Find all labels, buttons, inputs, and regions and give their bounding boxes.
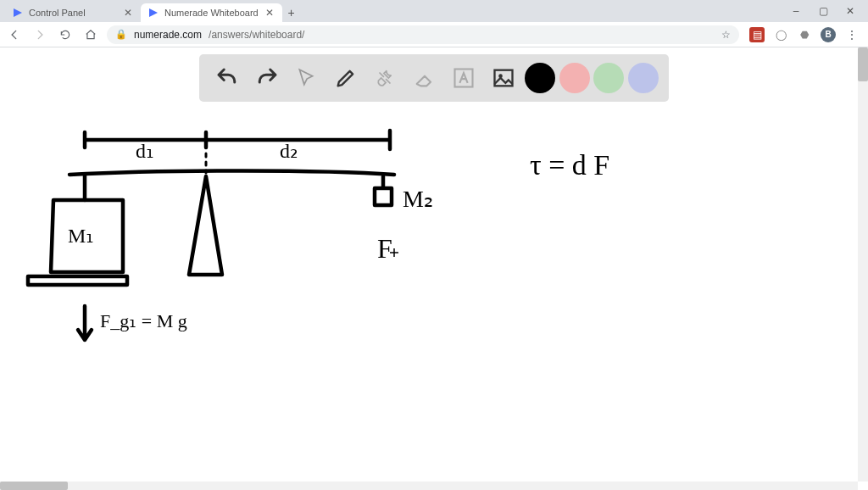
browser-toolbar: 🔒 numerade.com/answers/whiteboard/ ☆ ▤ ◯… bbox=[0, 22, 868, 47]
undo-icon bbox=[214, 65, 240, 91]
page-content: d₁ d₂ M₁ M₂ F F_g₁ = M g τ = d F bbox=[0, 47, 868, 490]
minimize-button[interactable]: – bbox=[790, 5, 802, 17]
scrollbar-thumb[interactable] bbox=[858, 47, 868, 81]
cursor-icon bbox=[295, 67, 317, 89]
extension-shield-icon[interactable]: ⬣ bbox=[797, 27, 812, 42]
whiteboard-toolbar bbox=[199, 54, 669, 102]
label-f: F bbox=[377, 233, 392, 264]
color-swatch-red[interactable] bbox=[559, 63, 590, 93]
undo-button[interactable] bbox=[209, 60, 245, 96]
color-swatch-green[interactable] bbox=[593, 63, 624, 93]
browser-titlebar: Control Panel ✕ Numerade Whiteboard ✕ + … bbox=[0, 0, 868, 22]
favicon-numerade-icon bbox=[12, 7, 24, 19]
extension-circle-icon[interactable]: ◯ bbox=[773, 27, 788, 42]
forward-button[interactable] bbox=[31, 25, 49, 44]
arrow-left-icon bbox=[8, 29, 20, 41]
cursor-tool[interactable] bbox=[288, 60, 324, 96]
arrow-right-icon bbox=[34, 29, 46, 41]
tab-numerade-whiteboard[interactable]: Numerade Whiteboard ✕ bbox=[141, 3, 282, 22]
scrollbar-thumb[interactable] bbox=[0, 482, 68, 490]
label-d2: d₂ bbox=[280, 140, 298, 162]
tab-close-icon[interactable]: ✕ bbox=[122, 7, 134, 19]
svg-rect-3 bbox=[494, 70, 512, 86]
label-tau-eq: τ = d F bbox=[530, 149, 609, 181]
tab-close-icon[interactable]: ✕ bbox=[264, 7, 275, 19]
text-icon bbox=[452, 66, 476, 90]
reload-icon bbox=[59, 29, 71, 41]
eraser-tool[interactable] bbox=[407, 60, 442, 96]
lock-icon: 🔒 bbox=[115, 29, 127, 40]
url-host: numerade.com bbox=[134, 29, 202, 41]
home-icon bbox=[85, 29, 97, 41]
profile-avatar[interactable]: B bbox=[821, 27, 836, 42]
pen-icon bbox=[334, 66, 358, 90]
extension-pdf-icon[interactable]: ▤ bbox=[749, 27, 765, 42]
tools-icon bbox=[374, 67, 396, 89]
window-controls: – ▢ ✕ bbox=[778, 0, 868, 22]
address-bar[interactable]: 🔒 numerade.com/answers/whiteboard/ ☆ bbox=[107, 25, 739, 44]
url-path: /answers/whiteboard/ bbox=[209, 29, 304, 41]
close-window-button[interactable]: ✕ bbox=[844, 5, 856, 17]
plus-icon: + bbox=[288, 6, 295, 19]
image-icon bbox=[492, 66, 515, 90]
kebab-menu-icon[interactable]: ⋮ bbox=[844, 28, 860, 42]
home-button[interactable] bbox=[81, 25, 100, 44]
pen-tool[interactable] bbox=[328, 60, 364, 96]
text-tool[interactable] bbox=[446, 60, 481, 96]
tab-label: Numerade Whiteboard bbox=[164, 8, 259, 18]
bookmark-star-icon[interactable]: ☆ bbox=[721, 29, 731, 41]
svg-marker-0 bbox=[14, 8, 22, 17]
image-tool[interactable] bbox=[486, 60, 521, 96]
tools-button[interactable] bbox=[367, 60, 403, 96]
whiteboard-canvas[interactable]: d₁ d₂ M₁ M₂ F F_g₁ = M g τ = d F bbox=[0, 107, 868, 480]
svg-marker-1 bbox=[149, 8, 158, 17]
vertical-scrollbar[interactable] bbox=[858, 47, 868, 482]
label-m2: M₂ bbox=[403, 186, 433, 212]
label-d1: d₁ bbox=[136, 140, 154, 162]
label-fg-eq: F_g₁ = M g bbox=[100, 310, 187, 331]
new-tab-button[interactable]: + bbox=[282, 3, 301, 22]
favicon-numerade-icon bbox=[147, 7, 159, 19]
eraser-icon bbox=[413, 66, 437, 90]
reload-button[interactable] bbox=[56, 25, 75, 44]
tab-control-panel[interactable]: Control Panel ✕ bbox=[5, 3, 141, 22]
color-swatch-black[interactable] bbox=[525, 63, 555, 93]
tab-strip: Control Panel ✕ Numerade Whiteboard ✕ + bbox=[0, 3, 778, 22]
toolbar-right: ▤ ◯ ⬣ B ⋮ bbox=[746, 27, 863, 42]
tab-label: Control Panel bbox=[29, 8, 117, 18]
back-button[interactable] bbox=[5, 25, 24, 44]
maximize-button[interactable]: ▢ bbox=[817, 5, 829, 17]
horizontal-scrollbar[interactable] bbox=[0, 482, 858, 490]
color-swatch-blue[interactable] bbox=[628, 63, 659, 93]
label-m1: M₁ bbox=[68, 225, 94, 247]
redo-icon bbox=[254, 65, 280, 91]
redo-button[interactable] bbox=[249, 60, 285, 96]
